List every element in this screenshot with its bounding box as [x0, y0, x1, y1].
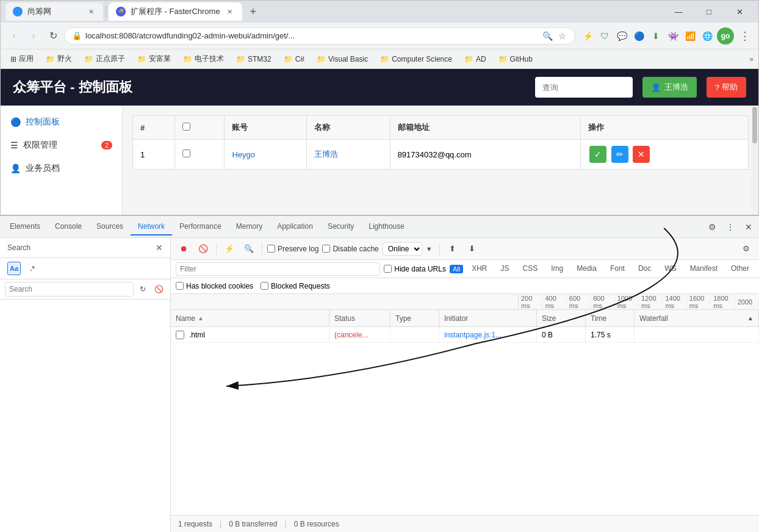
check-action-button[interactable]: ✓	[589, 146, 606, 163]
col-size-header[interactable]: Size	[537, 310, 586, 326]
account-link[interactable]: Heygo	[232, 150, 255, 159]
import-button[interactable]: ⬆	[445, 241, 461, 257]
new-tab-button[interactable]: +	[245, 3, 262, 20]
search-block-button[interactable]: 🚫	[152, 282, 165, 296]
has-blocked-cookies-input[interactable]	[176, 282, 184, 290]
col-type-header[interactable]: Type	[390, 310, 439, 326]
close-button[interactable]: ✕	[725, 3, 754, 20]
filter-input[interactable]	[176, 262, 380, 276]
ghost-icon[interactable]: 👾	[666, 29, 680, 43]
sidebar-item-members[interactable]: 👤 业务员档	[1, 157, 122, 180]
bookmark-vb[interactable]: 📁 Visual Basic	[312, 54, 373, 65]
dt-tab-console[interactable]: Console	[48, 218, 89, 235]
maximize-button[interactable]: □	[695, 3, 723, 20]
bookmark-cs[interactable]: 📁 Computer Science	[375, 54, 457, 65]
dt-tab-lighthouse[interactable]: Lighthouse	[361, 218, 412, 235]
query-input[interactable]	[535, 77, 633, 98]
col-time-header[interactable]: Time	[586, 310, 635, 326]
type-css[interactable]: CSS	[518, 262, 543, 276]
bookmark-zhengdian[interactable]: 📁 正点原子	[79, 52, 130, 65]
search-network-button[interactable]: 🔍	[241, 241, 257, 257]
hide-data-urls-input[interactable]	[384, 265, 392, 273]
sidebar-item-auth[interactable]: ☰ 权限管理 2	[1, 134, 122, 157]
network-settings-button[interactable]: ⚙	[738, 241, 754, 257]
dt-settings-button[interactable]: ⚙	[704, 219, 720, 235]
blocked-requests-label[interactable]: Blocked Requests	[261, 282, 330, 290]
shield-icon[interactable]: 🛡	[597, 29, 612, 43]
record-button[interactable]: ⏺	[176, 241, 192, 257]
sidebar-item-dashboard[interactable]: 🔵 控制面板	[1, 110, 122, 134]
back-button[interactable]: ‹	[5, 27, 23, 45]
dt-tab-performance[interactable]: Performance	[172, 218, 229, 235]
preserve-log-checkbox[interactable]: Preserve log	[267, 245, 318, 253]
type-other[interactable]: Other	[726, 262, 754, 276]
user-button[interactable]: 👤 王博浩	[642, 77, 697, 98]
dt-tab-elements[interactable]: Elements	[2, 218, 48, 235]
dt-close-button[interactable]: ✕	[741, 219, 757, 235]
bookmark-star-icon[interactable]: ☆	[556, 31, 567, 41]
col-initiator-header[interactable]: Initiator	[439, 310, 537, 326]
type-doc[interactable]: Doc	[633, 262, 656, 276]
export-button[interactable]: ⬇	[464, 241, 480, 257]
dt-more-button[interactable]: ⋮	[722, 219, 738, 235]
edit-action-button[interactable]: ✏	[611, 146, 628, 163]
filter-button[interactable]: ⚡	[221, 241, 237, 257]
name-link[interactable]: 王博浩	[314, 149, 338, 159]
profile-button[interactable]: go	[717, 27, 734, 45]
bookmark-ad[interactable]: 📁 AD	[459, 54, 491, 65]
has-blocked-cookies-label[interactable]: Has blocked cookies	[176, 282, 253, 290]
dt-tab-memory[interactable]: Memory	[229, 218, 270, 235]
search-refresh-button[interactable]: ↻	[136, 282, 149, 296]
bookmark-apps[interactable]: ⊞ 应用	[5, 52, 38, 65]
dt-tab-sources[interactable]: Sources	[89, 218, 131, 235]
delete-action-button[interactable]: ✕	[633, 146, 650, 163]
bookmark-github[interactable]: 📁 GitHub	[494, 54, 538, 65]
clear-button[interactable]: 🚫	[195, 241, 211, 257]
download-icon[interactable]: ⬇	[649, 29, 663, 43]
search-regex-button[interactable]: .*	[26, 262, 39, 275]
bookmarks-more-button[interactable]: »	[749, 55, 754, 63]
dt-tab-security[interactable]: Security	[320, 218, 361, 235]
type-img[interactable]: Img	[546, 262, 568, 276]
bookmark-yehuo[interactable]: 📁 野火	[41, 52, 77, 65]
type-xhr[interactable]: XHR	[467, 262, 492, 276]
circle-icon[interactable]: 🔵	[631, 29, 646, 43]
bookmark-stm32[interactable]: 📁 STM32	[231, 54, 276, 65]
network-row[interactable]: .html (cancele... instantpage.js:1... 0	[171, 327, 759, 343]
type-media[interactable]: Media	[572, 262, 602, 276]
chat-icon[interactable]: 💬	[614, 29, 629, 43]
col-waterfall-header[interactable]: Waterfall ▲	[635, 310, 759, 326]
select-all-checkbox[interactable]	[182, 123, 190, 131]
tab1-close[interactable]: ✕	[86, 7, 96, 16]
search-icon[interactable]: 🔍	[542, 31, 553, 41]
dt-tab-network[interactable]: Network	[131, 218, 172, 235]
tab-fasterchrome[interactable]: 🧩 扩展程序 - FasterChrome ✕	[109, 2, 242, 21]
wifi-icon[interactable]: 📶	[683, 29, 697, 43]
globe-icon[interactable]: 🌐	[700, 29, 714, 43]
blocked-requests-input[interactable]	[261, 282, 268, 290]
bookmark-anfulate[interactable]: 📁 安富莱	[132, 52, 176, 65]
menu-button[interactable]: ⋮	[736, 27, 754, 45]
network-throttle-select[interactable]: Online	[383, 242, 422, 256]
minimize-button[interactable]: —	[664, 3, 692, 20]
bookmark-csharp[interactable]: 📁 C#	[279, 54, 309, 65]
bookmark-dianzi[interactable]: 📁 电子技术	[178, 52, 229, 65]
row-checkbox[interactable]	[182, 149, 190, 157]
type-font[interactable]: Font	[605, 262, 630, 276]
hide-data-urls-checkbox[interactable]: Hide data URLs	[384, 265, 446, 273]
disable-cache-input[interactable]	[322, 245, 330, 253]
lightning-icon[interactable]: ⚡	[580, 29, 595, 43]
col-name-header[interactable]: Name ▲	[171, 310, 329, 326]
tab2-close[interactable]: ✕	[225, 7, 235, 16]
forward-button[interactable]: ›	[25, 27, 42, 45]
dt-tab-application[interactable]: Application	[270, 218, 320, 235]
type-ws[interactable]: WS	[660, 262, 681, 276]
type-manifest[interactable]: Manifest	[685, 262, 722, 276]
disable-cache-checkbox[interactable]: Disable cache	[322, 245, 378, 253]
search-field[interactable]	[5, 282, 134, 297]
row-select-checkbox[interactable]	[176, 331, 184, 339]
address-input[interactable]: 🔒 localhost:8080/atcrowdfunding02-admin-…	[64, 27, 575, 45]
refresh-button[interactable]: ↻	[45, 27, 62, 45]
preserve-log-input[interactable]	[267, 245, 275, 253]
search-case-button[interactable]: Aa	[7, 262, 21, 275]
